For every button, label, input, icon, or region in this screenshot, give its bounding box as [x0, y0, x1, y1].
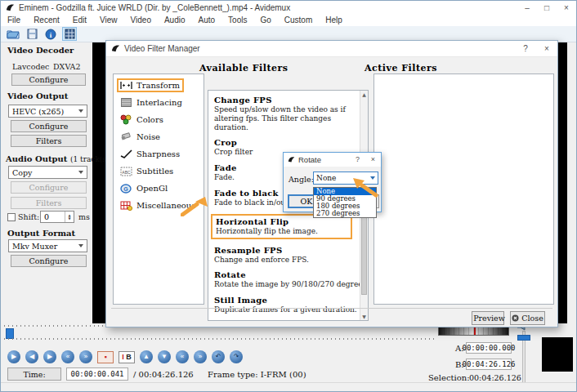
decoder-configure-button[interactable]: Configure	[11, 74, 86, 86]
menu-help[interactable]: Help	[319, 15, 349, 26]
shift-value-stepper[interactable]: 0 ▲▼	[40, 211, 74, 223]
next-keyframe-button[interactable]: »	[194, 350, 207, 363]
video-configure-button[interactable]: Configure	[11, 120, 87, 132]
time-button[interactable]: Time:	[7, 368, 61, 381]
open-file-button[interactable]	[6, 27, 20, 41]
active-filter-list[interactable]	[373, 74, 554, 305]
step-forward-button[interactable]: ▶	[43, 350, 56, 363]
next-black-frame-button[interactable]: ↷	[230, 350, 243, 363]
noise-icon	[119, 131, 132, 142]
timeline-ruler-top	[4, 325, 104, 327]
selection-value: 00:04:26.126	[469, 373, 521, 382]
category-transform[interactable]: Transform	[114, 77, 204, 94]
close-button[interactable]: ×	[557, 1, 576, 15]
scroll-up-icon[interactable]: ▲	[360, 91, 368, 97]
muxer-select[interactable]: Mkv Muxer	[8, 239, 87, 252]
minimize-button[interactable]: –	[517, 1, 537, 15]
info-icon: i	[45, 29, 56, 40]
chevron-down-icon	[78, 171, 83, 174]
stepper-arrows-icon[interactable]: ▲▼	[65, 212, 74, 222]
colors-icon	[119, 114, 132, 125]
shift-checkbox[interactable]	[7, 213, 16, 221]
maximize-button[interactable]: □	[537, 1, 557, 15]
filter-still-image[interactable]: Still Image Duplicate frames for a given…	[214, 296, 357, 314]
menu-bar: File Recent Edit View Video Audio Auto T…	[1, 15, 576, 26]
rotate-title-bar[interactable]: Rotate ? ×	[284, 153, 381, 167]
transform-icon	[119, 80, 132, 91]
prev-black-frame-button[interactable]: ↶	[212, 350, 225, 363]
menu-edit[interactable]: Edit	[66, 15, 93, 26]
help-button[interactable]: ?	[515, 41, 536, 56]
volume-slider-handle[interactable]	[517, 335, 530, 341]
menu-file[interactable]: File	[1, 15, 27, 26]
dialog-title: Video Filter Manager	[124, 44, 200, 53]
option-270-degrees[interactable]: 270 degrees	[314, 210, 376, 217]
avidemux-window: Eminem - Godzilla ft. Juice WRLD (Dir. b…	[0, 0, 577, 392]
muxer-configure-button[interactable]: Configure	[11, 255, 87, 267]
audio-configure-button: Configure	[11, 181, 87, 194]
menu-view[interactable]: View	[93, 15, 124, 26]
category-interlacing[interactable]: Interlacing	[114, 94, 204, 111]
menu-auto[interactable]: Auto	[192, 15, 222, 26]
dialog-close-action-button[interactable]: Close	[510, 311, 545, 325]
dialog-close-button[interactable]: ×	[536, 41, 557, 56]
status-strip	[1, 382, 576, 391]
video-output-heading: Video Output	[7, 91, 68, 100]
prev-keyframe-button[interactable]: «	[176, 350, 189, 363]
menu-audio[interactable]: Audio	[158, 15, 192, 26]
go-to-end-button[interactable]: »	[79, 350, 92, 363]
video-codec-select[interactable]: HEVC (x265)	[8, 105, 87, 118]
category-noise[interactable]: Noise	[114, 128, 204, 145]
close-circle-icon	[512, 314, 519, 322]
angle-label: Angle:	[288, 175, 314, 184]
jump-down-button[interactable]: ▼	[158, 350, 171, 363]
marker-a-field: 00:00:00.000	[466, 342, 512, 354]
category-colors[interactable]: Colors	[114, 111, 204, 128]
annotation-arrow-angle-icon	[349, 174, 378, 198]
dialog-separator	[111, 308, 552, 309]
jump-up-button[interactable]: ▲	[140, 350, 153, 363]
shift-label: Shift:	[18, 212, 39, 221]
category-sharpness[interactable]: Sharpness	[114, 145, 204, 163]
total-time-label: / 00:04:26.126	[133, 370, 194, 379]
subtitles-icon: ABC	[119, 166, 132, 176]
play-button[interactable]: ▶	[7, 350, 20, 363]
save-file-button[interactable]	[25, 27, 39, 41]
information-button[interactable]: i	[43, 27, 58, 41]
miscellaneous-icon	[119, 200, 132, 211]
available-filters-header: Available Filters	[199, 63, 288, 74]
hw-accel-name: DXVA2	[53, 62, 81, 71]
mark-a-button[interactable]: ▪	[97, 351, 114, 363]
preview-button[interactable]: Preview	[472, 311, 504, 325]
avidemux-logo-icon	[111, 44, 120, 53]
filter-rotate[interactable]: Rotate Rotate the image by 90/180/270 de…	[214, 270, 357, 289]
svg-text:ABC: ABC	[122, 170, 131, 175]
menu-go[interactable]: Go	[253, 15, 277, 26]
window-title: Eminem - Godzilla ft. Juice WRLD (Dir. b…	[19, 3, 290, 12]
mark-b-button[interactable]: I B	[119, 351, 135, 363]
open-folder-icon	[7, 29, 20, 39]
shift-unit-label: ms	[78, 212, 90, 221]
category-subtitles[interactable]: ABCSubtitles	[114, 163, 204, 180]
active-filters-header: Active Filters	[365, 63, 437, 74]
output-format-heading: Output Format	[7, 229, 75, 238]
help-button[interactable]: ?	[350, 153, 365, 167]
menu-video[interactable]: Video	[124, 15, 158, 26]
dialog-title-bar[interactable]: Video Filter Manager ? ×	[106, 41, 557, 57]
menu-recent[interactable]: Recent	[27, 15, 66, 26]
menu-custom[interactable]: Custom	[278, 15, 319, 26]
video-filters-button[interactable]	[62, 27, 77, 41]
rotate-close-button[interactable]: ×	[365, 153, 381, 167]
scroll-down-icon[interactable]: ▼	[360, 314, 368, 319]
frame-type-label: Frame type: I-FRM (00)	[208, 370, 306, 379]
video-filters-sidebar-button[interactable]: Filters	[11, 135, 87, 147]
current-time-field[interactable]: 00:00:00.041	[66, 368, 128, 381]
step-back-button[interactable]: ◀	[25, 350, 38, 363]
menu-tools[interactable]: Tools	[221, 15, 253, 26]
sharpness-icon	[119, 149, 132, 159]
audio-codec-select[interactable]: Copy	[8, 166, 87, 179]
go-to-start-button[interactable]: «	[61, 350, 74, 363]
filter-change-fps[interactable]: Change FPS Speed up/slow down the video …	[214, 96, 357, 131]
filter-resample-fps[interactable]: Resample FPS Change and enforce FPS.	[214, 246, 357, 265]
avidemux-logo-icon	[288, 156, 295, 163]
